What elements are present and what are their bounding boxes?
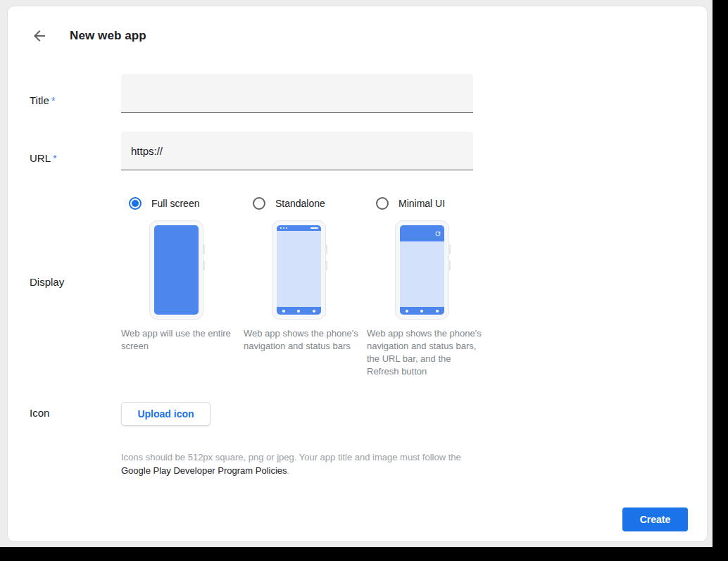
upload-icon-button[interactable]: Upload icon — [121, 402, 211, 426]
radio-button-icon[interactable] — [129, 197, 142, 210]
new-web-app-card: New web app Title* URL* Display Full scr… — [7, 6, 708, 542]
phone-screen — [400, 225, 444, 315]
url-input[interactable] — [121, 132, 473, 170]
display-options-group: Full screen Web app will use the entire … — [121, 191, 494, 378]
page-title: New web app — [70, 29, 146, 43]
program-policies-link[interactable]: Google Play Developer Program Policies — [121, 465, 287, 476]
required-asterisk: * — [53, 152, 57, 164]
battery-icon — [310, 227, 318, 229]
app-window: New web app Title* URL* Display Full scr… — [0, 0, 713, 547]
back-button[interactable] — [31, 27, 48, 44]
phone-url-bar — [400, 225, 444, 241]
radio-label: Minimal UI — [398, 198, 445, 209]
radio-full-screen[interactable]: Full screen — [129, 196, 244, 210]
refresh-icon — [434, 230, 441, 237]
arrow-left-icon — [31, 36, 48, 46]
phone-preview-standalone — [272, 220, 326, 320]
display-option-standalone: Standalone Web app shows the phone's nav… — [244, 191, 367, 378]
icon-label: Icon — [30, 407, 49, 419]
radio-button-icon[interactable] — [253, 197, 265, 210]
title-label: Title* — [30, 94, 56, 106]
display-label: Display — [30, 276, 64, 288]
create-button[interactable]: Create — [622, 508, 688, 531]
title-input[interactable] — [121, 74, 473, 113]
help-text: Icons should be 512px square, png or jpe… — [121, 452, 461, 462]
phone-screen — [154, 225, 199, 315]
icon-help-text: Icons should be 512px square, png or jpe… — [121, 450, 467, 477]
option-description: Web app shows the phone's navigation and… — [244, 327, 363, 353]
radio-button-icon[interactable] — [376, 197, 389, 210]
display-option-full-screen: Full screen Web app will use the entire … — [121, 191, 244, 378]
help-suffix: . — [287, 465, 290, 476]
radio-label: Full screen — [151, 198, 199, 209]
phone-nav-bar — [277, 307, 321, 315]
radio-label: Standalone — [275, 198, 325, 209]
radio-standalone[interactable]: Standalone — [253, 196, 367, 210]
option-description: Web app shows the phone's navigation and… — [367, 327, 484, 378]
phone-status-bar — [277, 225, 321, 231]
option-description: Web app will use the entire screen — [121, 327, 232, 353]
phone-preview-fullscreen — [149, 220, 203, 320]
required-asterisk: * — [51, 94, 56, 106]
url-label: URL* — [30, 152, 57, 164]
display-option-minimal-ui: Minimal UI Web app shows the — [367, 191, 494, 378]
radio-minimal-ui[interactable]: Minimal UI — [376, 196, 494, 210]
phone-preview-minimal-ui — [395, 220, 449, 320]
phone-nav-bar — [400, 307, 444, 315]
phone-screen — [277, 225, 321, 315]
